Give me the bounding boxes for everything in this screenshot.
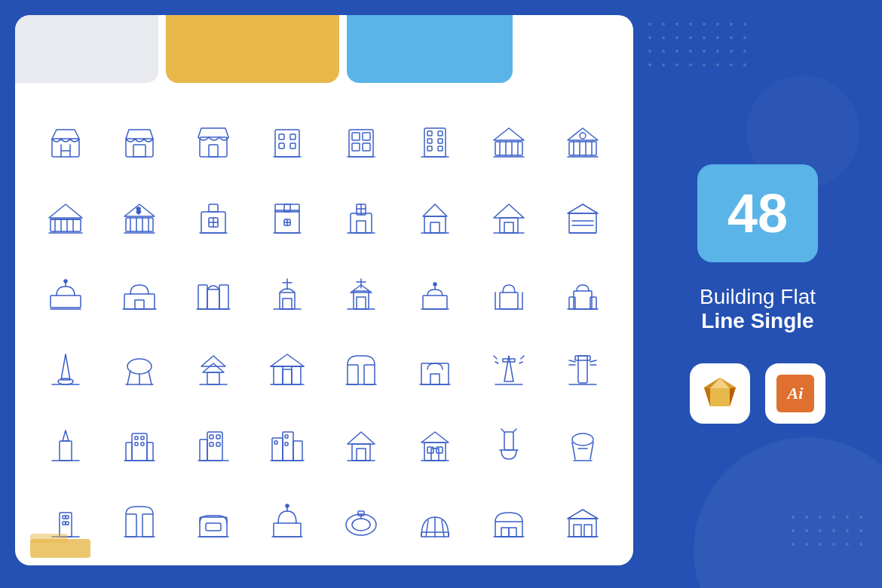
svg-rect-26: [438, 146, 443, 151]
svg-rect-18: [363, 143, 370, 151]
illustrator-badge: Ai: [765, 363, 825, 424]
svg-rect-21: [427, 131, 432, 136]
icon-store-awning: [178, 106, 249, 179]
svg-rect-91: [51, 296, 81, 308]
svg-rect-107: [354, 291, 369, 309]
svg-rect-102: [280, 292, 295, 309]
svg-point-41: [580, 133, 586, 139]
icon-arc-building: [104, 257, 175, 330]
icon-cross-building: [326, 182, 397, 255]
icon-mosque-small: [400, 257, 470, 330]
yellow-strip: [30, 539, 90, 558]
svg-rect-121: [574, 291, 592, 309]
app-icons: Ai: [690, 363, 825, 424]
icon-city: [252, 409, 323, 482]
svg-marker-133: [201, 356, 225, 366]
icon-lighthouse2: [547, 333, 618, 406]
svg-rect-168: [147, 443, 153, 461]
svg-rect-98: [198, 285, 207, 309]
icon-office: [252, 106, 323, 179]
svg-line-158: [569, 360, 575, 362]
svg-rect-198: [504, 432, 513, 450]
svg-marker-82: [494, 204, 524, 218]
deco-yellow: [166, 15, 339, 83]
svg-rect-72: [351, 213, 372, 233]
icon-cottage: [400, 409, 470, 482]
svg-point-93: [64, 280, 67, 283]
svg-rect-96: [135, 300, 144, 309]
svg-rect-12: [290, 143, 296, 149]
icon-church2: [326, 257, 397, 330]
svg-marker-188: [348, 432, 375, 444]
svg-marker-49: [49, 204, 82, 218]
icon-capitol: [30, 257, 101, 330]
product-title: Building Flat Line Single: [700, 285, 816, 333]
icon-hospital: [178, 182, 249, 255]
svg-rect-7: [209, 145, 218, 157]
icon-house-garage: [326, 409, 397, 482]
svg-marker-192: [421, 432, 449, 443]
svg-point-126: [58, 378, 73, 384]
icon-lighthouse: [473, 333, 544, 406]
svg-rect-9: [279, 134, 284, 139]
svg-line-152: [521, 356, 524, 359]
icon-market: [30, 106, 101, 179]
svg-marker-243: [704, 387, 710, 406]
svg-rect-143: [348, 365, 358, 384]
svg-rect-171: [135, 443, 138, 446]
svg-rect-76: [357, 221, 366, 233]
title-line1: Building Flat: [700, 285, 816, 309]
icon-dollar-bank: $: [104, 182, 175, 255]
svg-rect-164: [60, 441, 72, 461]
icon-water-tank: [473, 409, 544, 482]
svg-rect-189: [352, 444, 370, 461]
svg-rect-170: [141, 436, 144, 439]
icon-water-tower-tall: [547, 409, 618, 482]
icon-arch-gate: [326, 333, 397, 406]
svg-rect-185: [285, 435, 288, 438]
svg-rect-83: [500, 218, 518, 233]
svg-rect-22: [438, 131, 443, 136]
svg-rect-175: [200, 439, 207, 461]
icon-church: [252, 257, 323, 330]
illustrator-icon-box: Ai: [776, 375, 814, 412]
svg-rect-5: [133, 145, 145, 157]
svg-marker-244: [730, 387, 736, 406]
svg-marker-79: [423, 204, 447, 216]
dot-pattern-top: [648, 23, 751, 71]
svg-rect-17: [352, 143, 360, 151]
count-badge: 48: [697, 164, 818, 262]
bottom-deco: [15, 505, 633, 565]
svg-rect-105: [283, 299, 292, 309]
icon-tower: [30, 409, 101, 482]
svg-rect-15: [352, 133, 360, 140]
dot-pattern-bottom: [792, 516, 867, 550]
svg-rect-111: [357, 297, 366, 309]
svg-line-153: [495, 362, 498, 363]
svg-marker-125: [61, 354, 70, 380]
svg-rect-177: [216, 435, 220, 439]
icon-columns: [30, 182, 101, 255]
svg-point-115: [433, 283, 436, 286]
svg-rect-184: [274, 441, 277, 444]
svg-rect-141: [283, 369, 292, 384]
svg-rect-147: [430, 374, 439, 384]
svg-rect-167: [126, 443, 132, 461]
deco-blue: [347, 15, 513, 83]
icon-gate: [178, 257, 249, 330]
svg-marker-33: [494, 128, 524, 140]
svg-rect-139: [274, 366, 283, 384]
svg-rect-194: [427, 447, 433, 453]
title-line2: Line Single: [700, 309, 816, 333]
svg-rect-176: [210, 435, 213, 439]
svg-rect-195: [436, 447, 443, 453]
svg-marker-149: [504, 356, 513, 381]
svg-point-202: [572, 433, 593, 446]
icon-pagoda: [178, 333, 249, 406]
svg-rect-140: [292, 366, 301, 384]
svg-marker-134: [203, 363, 224, 372]
icon-home: [473, 182, 544, 255]
svg-marker-163: [63, 430, 69, 441]
svg-rect-78: [424, 216, 446, 233]
svg-line-201: [513, 429, 516, 432]
